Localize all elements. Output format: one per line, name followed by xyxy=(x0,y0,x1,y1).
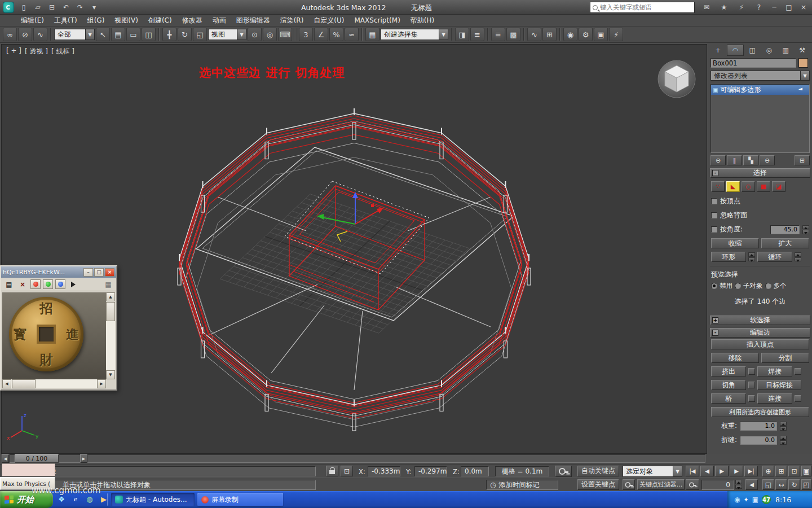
ring-button[interactable]: 环形 xyxy=(711,252,746,262)
border-mode-button[interactable]: ○ xyxy=(742,181,755,192)
menu-rendering[interactable]: 渲染(R) xyxy=(275,15,309,27)
menu-animation[interactable]: 动画 xyxy=(208,15,231,27)
menu-graph-editors[interactable]: 图形编辑器 xyxy=(231,15,275,27)
loop-spinner[interactable] xyxy=(795,252,801,261)
align-icon[interactable]: ≡ xyxy=(470,28,484,41)
element-mode-button[interactable]: ◪ xyxy=(772,181,785,192)
save-file-button[interactable]: ⊟ xyxy=(46,2,58,13)
connect-button[interactable]: 连接 xyxy=(757,393,792,404)
ring-spinner[interactable] xyxy=(748,252,755,261)
tab-display-icon[interactable]: ▥ xyxy=(778,45,794,56)
minimize-button[interactable]: ─ xyxy=(768,2,780,13)
insert-vertex-button[interactable]: 插入顶点 xyxy=(711,339,809,349)
selected-filter-combo[interactable]: 选定对象 ▼ xyxy=(623,466,682,477)
select-rotate-icon[interactable]: ↻ xyxy=(178,28,192,41)
vertex-mode-button[interactable]: ∵ xyxy=(711,181,725,192)
chevron-down-icon[interactable]: ▼ xyxy=(237,29,246,40)
angle-value-field[interactable]: 45.0 xyxy=(770,225,800,234)
tab-modify-icon[interactable]: ◠ xyxy=(727,45,744,56)
orbit-icon[interactable]: ↻ xyxy=(788,479,800,490)
tab-utilities-icon[interactable]: ⚒ xyxy=(795,45,811,56)
curve-editor-icon[interactable]: ∿ xyxy=(527,28,541,41)
z-coord-field[interactable]: 0.0m xyxy=(461,466,489,476)
tab-motion-icon[interactable]: ◎ xyxy=(761,45,778,56)
selection-lock-toggle[interactable] xyxy=(326,466,338,476)
communication-center-icon[interactable]: ✉ xyxy=(700,2,713,13)
crease-spinner[interactable] xyxy=(780,436,787,445)
viewport-menu-pov[interactable]: [ 透视 ] xyxy=(25,47,48,56)
menu-tools[interactable]: 工具(T) xyxy=(49,15,82,27)
add-time-tag-button[interactable]: ◷ 添加时间标记 xyxy=(486,480,558,490)
object-name-field[interactable] xyxy=(710,58,796,68)
infocenter-search[interactable] xyxy=(590,2,695,13)
make-unique-icon[interactable]: ▚ xyxy=(743,155,758,165)
keyboard-override-icon[interactable]: ⌨ xyxy=(278,28,292,41)
select-object-icon[interactable]: ↖ xyxy=(96,28,110,41)
favorites-icon[interactable]: ★ xyxy=(718,2,730,13)
bridge-button[interactable]: 桥 xyxy=(711,393,746,404)
chamfer-button[interactable]: 切角 xyxy=(711,380,746,390)
extrude-button[interactable]: 挤出 xyxy=(711,366,746,376)
mirror-icon[interactable]: ◨ xyxy=(455,28,469,41)
auto-key-button[interactable]: 自动关键点 xyxy=(577,466,619,476)
search-input[interactable] xyxy=(600,3,692,11)
object-color-swatch[interactable] xyxy=(798,58,808,68)
modifier-stack[interactable]: ▣ 可编辑多边形 ◄ xyxy=(710,84,810,153)
stop-icon[interactable]: × xyxy=(17,279,28,290)
time-slider-handle[interactable]: 0 / 100 xyxy=(15,454,59,463)
set-keys-button[interactable] xyxy=(555,466,572,477)
split-button[interactable]: 分割 xyxy=(761,353,809,363)
perspective-viewport[interactable]: [ + ] [ 透视 ] [ 线框 ] 选中这些边 进行 切角处理 z x y xyxy=(1,44,707,454)
maximize-viewport-icon[interactable]: ◰ xyxy=(801,479,811,490)
vscroll-thumb[interactable] xyxy=(106,302,115,321)
menu-maxscript[interactable]: MAXScript(M) xyxy=(350,15,405,27)
x-coord-field[interactable]: -0.333m xyxy=(368,466,400,476)
workspace-dropdown[interactable]: ▾ xyxy=(88,2,100,13)
menu-help[interactable]: 帮助(H) xyxy=(405,15,439,27)
tray-icon-2[interactable]: ✦ xyxy=(743,496,748,503)
select-by-name-icon[interactable]: ▤ xyxy=(111,28,125,41)
zoom-extents-all-icon[interactable]: ▣ xyxy=(801,466,811,476)
menu-group[interactable]: 组(G) xyxy=(82,15,110,27)
select-and-link-icon[interactable]: ∞ xyxy=(3,28,17,41)
weight-field[interactable]: 1.0 xyxy=(740,422,777,431)
zoom-region-icon[interactable]: ◱ xyxy=(762,479,774,490)
key-mode-toggle[interactable] xyxy=(686,479,699,490)
open-file-button[interactable]: ▱ xyxy=(32,2,44,13)
exchange-apps-icon[interactable]: ⚡ xyxy=(735,2,748,13)
select-move-icon[interactable]: ╋ xyxy=(162,28,176,41)
schematic-view-icon[interactable]: ⊞ xyxy=(542,28,557,41)
edge-mode-button[interactable]: ◣ xyxy=(726,181,740,192)
extrude-settings-button[interactable] xyxy=(748,368,755,375)
menu-views[interactable]: 视图(V) xyxy=(109,15,143,27)
maximize-button[interactable]: □ xyxy=(783,2,795,13)
zoom-extents-icon[interactable]: ⊡ xyxy=(788,466,800,476)
chevron-down-icon[interactable]: ▼ xyxy=(673,466,682,476)
bridge-settings-button[interactable] xyxy=(748,395,755,402)
viewport-menu-shading[interactable]: [ 线框 ] xyxy=(51,47,74,56)
record-red-button[interactable] xyxy=(30,279,41,289)
menu-create[interactable]: 创建(C) xyxy=(143,15,177,27)
go-to-end-button[interactable]: ▶| xyxy=(744,466,758,476)
reference-coordinate-combo[interactable]: 视图 ▼ xyxy=(208,29,246,40)
key-filters-button[interactable]: 关键点过滤器... xyxy=(637,479,685,490)
target-weld-button[interactable]: 目标焊接 xyxy=(757,380,801,390)
redo-button[interactable]: ↷ xyxy=(74,2,86,13)
spinner-snap-icon[interactable]: ≈ xyxy=(345,28,359,41)
window-crossing-icon[interactable]: ◫ xyxy=(142,28,156,41)
frame-spinner[interactable] xyxy=(735,480,742,489)
crease-field[interactable]: 0.0 xyxy=(740,436,777,445)
chamfer-settings-button[interactable] xyxy=(748,382,755,388)
show-end-result-icon[interactable]: ‖ xyxy=(727,155,742,165)
video-player-window[interactable]: hQc1RBYG-EKEkW... – □ × ▤ × ▦ 招 進 財 寳 ▲ xyxy=(0,265,117,391)
player-close-button[interactable]: × xyxy=(105,268,114,277)
tab-hierarchy-icon[interactable]: ◫ xyxy=(744,45,761,56)
set-key-button[interactable]: 设置关键点 xyxy=(577,479,619,490)
key-filters-key-button[interactable] xyxy=(623,479,635,490)
by-angle-checkbox[interactable] xyxy=(711,226,717,233)
menu-customize[interactable]: 自定义(U) xyxy=(308,15,349,27)
weld-button[interactable]: 焊接 xyxy=(757,366,792,376)
material-editor-icon[interactable]: ◉ xyxy=(563,28,577,41)
rollout-selection-header[interactable]: - 选择 xyxy=(710,168,810,178)
go-to-start-button[interactable]: |◀ xyxy=(686,466,699,476)
